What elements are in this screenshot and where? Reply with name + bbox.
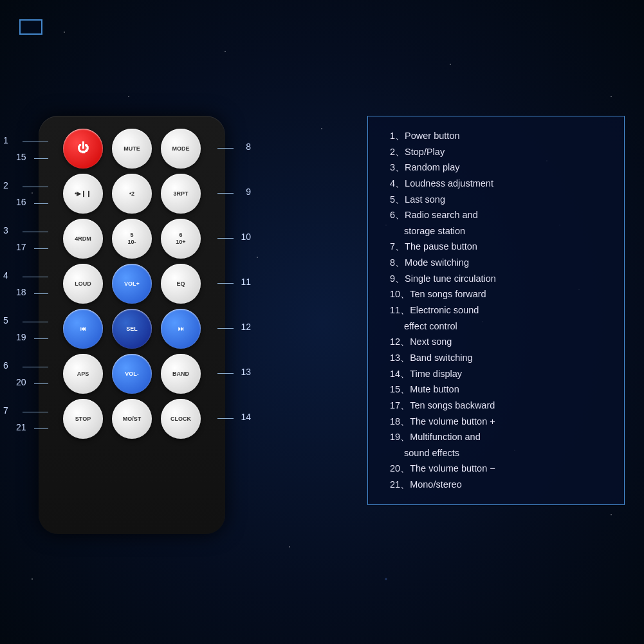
info-item-20: 20、The volume button − — [383, 461, 611, 477]
button-row-7: 721STOPMO/STCLOCK14 — [48, 399, 216, 439]
info-item-11-continuation: effect control — [383, 318, 611, 335]
connector-line — [23, 367, 48, 367]
connector-line — [34, 203, 48, 204]
connector-line — [34, 158, 48, 159]
label-left-7: 7 — [3, 405, 8, 416]
remote-btn-2[interactable]: •2 — [112, 174, 152, 214]
button-row-4: 418LOUDVOL+EQ11 — [48, 264, 216, 304]
label-left-20: 20 — [16, 377, 26, 387]
label-left-21: 21 — [16, 422, 26, 432]
connector-line — [23, 187, 48, 187]
info-item-1: 1、Power button — [383, 128, 611, 144]
button-row-5: 519⏮SEL⏭12 — [48, 309, 216, 349]
info-item-7: 7、The pause button — [383, 239, 611, 255]
info-item-13: 13、Band switching — [383, 350, 611, 366]
label-right-8: 8 — [246, 142, 251, 152]
remote-btn-4RDM[interactable]: 4RDM — [63, 219, 103, 259]
label-left-6: 6 — [3, 360, 8, 371]
remote-btn-MODE[interactable]: MODE — [161, 129, 201, 169]
connector-line — [23, 277, 48, 277]
remote-btn-EQ[interactable]: EQ — [161, 264, 201, 304]
info-item-2: 2、Stop/Play — [383, 144, 611, 160]
info-item-12: 12、Next song — [383, 334, 611, 350]
label-left-15: 15 — [16, 152, 26, 162]
remote-btn-610[interactable]: 6 10+ — [161, 219, 201, 259]
remote-btn-MUTE[interactable]: MUTE — [112, 129, 152, 169]
info-item-19-continuation: sound effects — [383, 445, 611, 461]
label-left-16: 16 — [16, 197, 26, 207]
connector-line — [23, 142, 48, 142]
remote-btn-BAND[interactable]: BAND — [161, 354, 201, 394]
label-right-13: 13 — [241, 367, 251, 377]
button-row-1: 115⏻MUTEMODE8 — [48, 129, 216, 169]
label-left-4: 4 — [3, 270, 8, 281]
label-right-11: 11 — [241, 277, 251, 287]
remote-btn-VOL[interactable]: VOL+ — [112, 264, 152, 304]
info-item-3: 3、Random play — [383, 160, 611, 176]
remote-btn-510[interactable]: 5 10- — [112, 219, 152, 259]
remote-btn-STOP[interactable]: STOP — [63, 399, 103, 439]
info-item-5: 5、Last song — [383, 192, 611, 208]
info-item-6-continuation: storage station — [383, 223, 611, 239]
label-left-5: 5 — [3, 315, 8, 326]
connector-line — [217, 193, 234, 194]
connector-line — [34, 428, 48, 429]
info-item-17: 17、Ten songs backward — [383, 398, 611, 414]
remote-control: 115⏻MUTEMODE8216•▶❙❙•23RPT93174RDM5 10-6… — [39, 116, 225, 534]
connector-line — [23, 412, 48, 412]
label-right-10: 10 — [241, 232, 251, 242]
connector-line — [34, 383, 48, 384]
label-right-9: 9 — [246, 187, 251, 197]
button-row-2: 216•▶❙❙•23RPT9 — [48, 174, 216, 214]
connector-line — [217, 373, 234, 374]
connector-line — [34, 338, 48, 339]
label-right-14: 14 — [241, 412, 251, 422]
button-row-3: 3174RDM5 10-6 10+10 — [48, 219, 216, 259]
remote-btn-[interactable]: ⏭ — [161, 309, 201, 349]
connector-line — [217, 148, 234, 149]
info-item-11: 11、Electronic sound — [383, 302, 611, 318]
info-item-19: 19、Multifunction and — [383, 429, 611, 445]
connector-line — [217, 283, 234, 284]
info-item-14: 14、Time display — [383, 366, 611, 382]
connector-line — [34, 248, 48, 249]
connector-line — [23, 232, 48, 232]
info-item-15: 15、Mute button — [383, 382, 611, 398]
label-left-2: 2 — [3, 180, 8, 190]
label-left-3: 3 — [3, 225, 8, 235]
label-left-18: 18 — [16, 287, 26, 297]
connector-line — [34, 293, 48, 294]
button-row-6: 620APSVOL-BAND13 — [48, 354, 216, 394]
connector-line — [23, 322, 48, 322]
info-item-10: 10、Ten songs forward — [383, 286, 611, 302]
remote-btn-VOL[interactable]: VOL- — [112, 354, 152, 394]
remote-btn-[interactable]: ⏮ — [63, 309, 103, 349]
remote-btn-LOUD[interactable]: LOUD — [63, 264, 103, 304]
title-box — [19, 19, 42, 35]
remote-btn-3RPT[interactable]: 3RPT — [161, 174, 201, 214]
info-item-21: 21、Mono/stereo — [383, 477, 611, 493]
connector-line — [217, 328, 234, 329]
info-item-9: 9、Single tune circulation — [383, 271, 611, 287]
info-item-8: 8、Mode switching — [383, 255, 611, 271]
connector-line — [217, 418, 234, 419]
connector-line — [217, 238, 234, 239]
label-right-12: 12 — [241, 322, 251, 332]
remote-btn-[interactable]: ⏻ — [63, 129, 103, 169]
info-item-18: 18、The volume button + — [383, 414, 611, 430]
info-item-4: 4、Loudness adjustment — [383, 176, 611, 192]
remote-btn-APS[interactable]: APS — [63, 354, 103, 394]
info-item-6: 6、Radio search and — [383, 207, 611, 223]
label-left-17: 17 — [16, 242, 26, 252]
label-left-1: 1 — [3, 135, 8, 145]
remote-btn-CLOCK[interactable]: CLOCK — [161, 399, 201, 439]
info-box: 1、Power button2、Stop/Play3、Random play4、… — [367, 116, 625, 505]
remote-btn-[interactable]: •▶❙❙ — [63, 174, 103, 214]
remote-btn-MOST[interactable]: MO/ST — [112, 399, 152, 439]
remote-btn-SEL[interactable]: SEL — [112, 309, 152, 349]
label-left-19: 19 — [16, 332, 26, 342]
